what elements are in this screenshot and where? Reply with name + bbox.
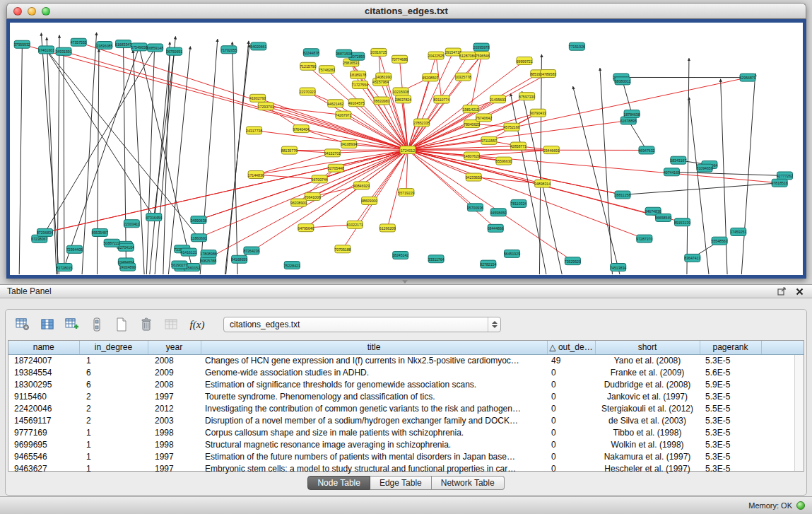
graph-edge[interactable] [408, 150, 645, 239]
graph-node[interactable]: 22303411 [124, 220, 140, 228]
zoom-window-button[interactable] [42, 7, 50, 16]
cell-year[interactable]: 1997 [148, 450, 201, 462]
table-settings-icon[interactable] [14, 316, 31, 333]
graph-edge[interactable] [64, 52, 64, 267]
column-header-out_degree[interactable]: △ out_de… [547, 341, 595, 354]
graph-node[interactable]: 34898314 [534, 180, 551, 187]
cell-pagerank[interactable]: 5.9E-5 [700, 378, 761, 390]
cell-in_degree[interactable]: 1 [79, 354, 148, 366]
graph-node[interactable]: 58343167 [670, 156, 686, 164]
graph-node[interactable]: 47357555 [71, 38, 87, 46]
graph-node[interactable]: 66700744 [312, 175, 328, 183]
cell-in_degree[interactable]: 2 [79, 402, 148, 414]
minimize-window-button[interactable] [28, 7, 36, 16]
graph-node[interactable]: 97818516 [772, 179, 788, 187]
graph-node[interactable]: 28811258 [615, 191, 631, 199]
cell-in_degree[interactable]: 1 [79, 438, 148, 450]
cell-out_degree[interactable]: 49 [547, 354, 595, 366]
graph-node[interactable]: 87264236 [243, 247, 259, 255]
graph-node[interactable]: 78633983 [373, 97, 389, 105]
graph-node[interactable]: 71702055 [220, 46, 237, 54]
import-table-icon[interactable] [64, 316, 81, 333]
column-header-short[interactable]: short [595, 341, 700, 354]
graph-node[interactable]: 41932793 [249, 94, 266, 102]
table-row[interactable]: 969969511998Structural magnetic resonanc… [8, 438, 804, 450]
table-row[interactable]: 946554611997Estimation of the future num… [8, 450, 804, 462]
graph-node[interactable]: 62954879 [739, 74, 755, 81]
graph-edge[interactable] [57, 35, 59, 274]
graph-edge[interactable] [226, 41, 249, 274]
cell-in_degree[interactable]: 2 [79, 390, 148, 402]
graph-node[interactable]: 61266209 [379, 224, 396, 232]
graph-node[interactable]: 34108934 [341, 140, 357, 148]
cell-pagerank[interactable]: 5.3E-5 [700, 354, 761, 366]
graph-node[interactable]: 64795646 [298, 224, 314, 232]
cell-short[interactable]: Dudbridge et al. (2008) [595, 378, 700, 390]
graph-node[interactable]: 57549658 [131, 43, 147, 51]
graph-node[interactable]: 37461601 [38, 46, 54, 54]
graph-node[interactable]: 34931591 [55, 47, 71, 55]
graph-node[interactable]: 78110324 [511, 199, 527, 207]
graph-edge[interactable] [623, 183, 779, 195]
graph-node[interactable]: 10215938 [392, 88, 408, 95]
graph-node[interactable]: 17144836 [248, 171, 264, 179]
graph-edge[interactable] [623, 81, 632, 114]
graph-node[interactable]: 56658549 [655, 214, 671, 221]
citation-network-graph[interactable]: 5571922961266209707051884860900061022171… [10, 23, 803, 274]
table-row[interactable]: 911546021997Tourette syndrome. Phenomeno… [8, 390, 804, 402]
cell-title[interactable]: Estimation of significance thresholds fo… [201, 378, 547, 390]
cell-short[interactable]: Hescheler et al. (1997) [595, 462, 700, 474]
graph-edge[interactable] [139, 47, 192, 267]
graph-node[interactable]: 17293701 [258, 103, 274, 110]
graph-node[interactable]: 15700936 [467, 204, 483, 211]
graph-edge[interactable] [628, 120, 647, 150]
graph-node[interactable]: 42858771 [510, 142, 526, 150]
cell-title[interactable]: Genome-wide association studies in ADHD. [201, 366, 547, 378]
graph-node[interactable]: 48609000 [361, 197, 377, 204]
cell-name[interactable]: 9777169 [8, 426, 79, 438]
column-header-in_degree[interactable]: in_degree [79, 341, 148, 354]
graph-node[interactable]: 97111557 [481, 136, 497, 144]
cell-out_degree[interactable]: 0 [547, 402, 595, 414]
cell-out_degree[interactable]: 0 [547, 438, 595, 450]
cell-name[interactable]: 9463627 [8, 462, 79, 474]
graph-node[interactable]: 89535487 [92, 228, 108, 236]
graph-node[interactable]: 66859148 [147, 44, 163, 52]
cell-in_degree[interactable]: 6 [79, 366, 148, 378]
graph-node[interactable]: 27852335 [413, 119, 430, 127]
cell-pagerank[interactable]: 5.3E-5 [700, 426, 761, 438]
graph-node[interactable]: 87296834 [37, 228, 53, 236]
graph-node[interactable]: 55548563 [712, 237, 728, 245]
cell-pagerank[interactable]: 5.3E-5 [700, 450, 761, 462]
cell-title[interactable]: Disruption of a novel member of a sodium… [201, 414, 547, 426]
cell-out_degree[interactable]: 0 [547, 366, 595, 378]
cell-name[interactable]: 9115460 [8, 390, 79, 402]
memory-status-indicator[interactable] [796, 501, 805, 510]
table-row[interactable]: 1938455462009Genome-wide association stu… [8, 366, 804, 378]
graph-node[interactable]: 28637824 [395, 95, 411, 103]
tab-edge-table[interactable]: Edge Table [370, 476, 432, 490]
graph-node[interactable]: 54020661 [250, 42, 266, 50]
graph-node[interactable]: 18245142 [392, 251, 408, 259]
graph-node[interactable]: 97287370 [636, 235, 652, 243]
graph-node[interactable]: 87597330 [519, 93, 535, 100]
graph-node[interactable]: 14807629 [464, 152, 480, 160]
graph-node[interactable]: 45752166 [503, 123, 519, 131]
cell-pagerank[interactable]: 5.3E-5 [700, 390, 761, 402]
cell-title[interactable]: Tourette syndrome. Phenomenology and cla… [201, 390, 547, 402]
table-row[interactable]: 1872400712008Changes of HCN gene express… [8, 354, 804, 366]
table-row[interactable]: 946362711997Embryonic stem cells: a mode… [8, 462, 804, 474]
graph-node[interactable]: 61022171 [347, 221, 363, 228]
cell-in_degree[interactable]: 2 [79, 414, 148, 426]
graph-node[interactable]: 83728015 [56, 264, 72, 271]
show-columns-icon[interactable] [39, 316, 56, 333]
cell-title[interactable]: Embryonic stem cells: a model to study s… [201, 462, 547, 474]
table-row[interactable]: 977716911998Corpus callosum shape and si… [8, 426, 804, 438]
graph-node[interactable]: 55719229 [398, 189, 414, 197]
graph-node[interactable]: 56451929 [504, 250, 520, 257]
cell-name[interactable]: 18300295 [8, 378, 79, 390]
graph-node[interactable]: 72994405 [66, 245, 83, 253]
cell-year[interactable]: 2008 [148, 354, 201, 366]
graph-edge[interactable] [154, 52, 175, 217]
merge-table-icon[interactable] [163, 316, 180, 333]
